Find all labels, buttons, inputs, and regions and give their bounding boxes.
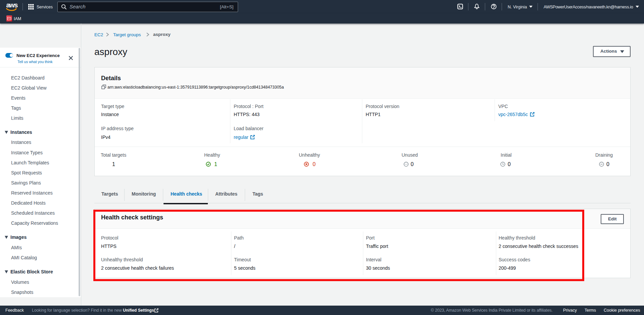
svg-text:aws: aws: [6, 1, 18, 9]
